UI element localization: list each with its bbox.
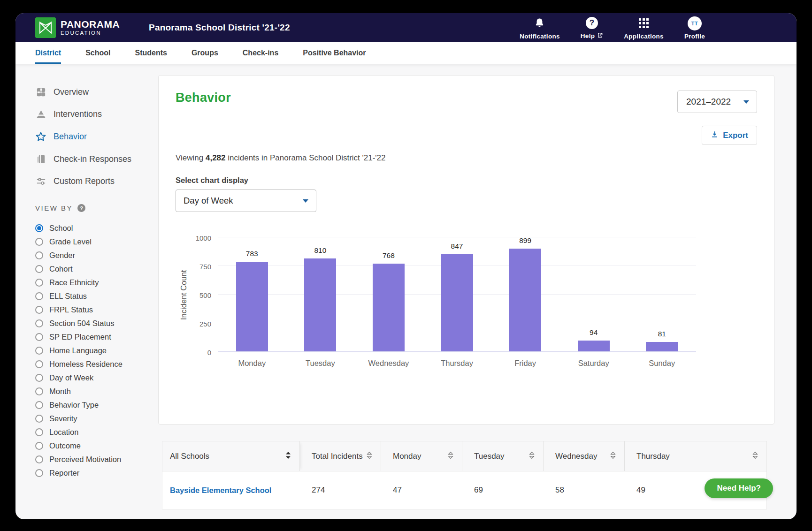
column-header-wednesday[interactable]: Wednesday <box>544 441 625 471</box>
view-by-option-grade-level[interactable]: Grade Level <box>35 238 158 246</box>
tab-check-ins[interactable]: Check-ins <box>243 42 278 64</box>
nav-applications[interactable]: Applications <box>624 16 664 40</box>
column-header-all-schools[interactable]: All Schools <box>162 441 300 471</box>
view-by-option-cohort[interactable]: Cohort <box>35 265 158 273</box>
view-by-option-section-504-status[interactable]: Section 504 Status <box>35 319 158 327</box>
tab-district[interactable]: District <box>35 42 61 64</box>
bar-friday[interactable] <box>509 249 541 351</box>
radio-unselected-icon[interactable] <box>35 347 43 355</box>
sort-icon[interactable] <box>367 451 372 462</box>
view-by-option-location[interactable]: Location <box>35 428 158 436</box>
brand-line2: EDUCATION <box>61 30 120 36</box>
sidebar-item-custom-reports[interactable]: Custom Reports <box>35 176 158 187</box>
need-help-button[interactable]: Need Help? <box>705 478 773 498</box>
chart-display-select[interactable]: Day of Week <box>176 190 316 212</box>
tab-groups[interactable]: Groups <box>192 42 218 64</box>
radio-unselected-icon[interactable] <box>35 251 43 259</box>
panorama-logo[interactable]: PANORAMA EDUCATION <box>35 17 120 38</box>
chevron-down-icon <box>303 199 308 203</box>
column-header-label: Wednesday <box>555 452 597 461</box>
view-by-option-label: FRPL Status <box>49 305 93 314</box>
bar-thursday[interactable] <box>441 254 473 351</box>
sidebar-item-label: Overview <box>54 87 89 97</box>
view-by-option-perceived-motivation[interactable]: Perceived Motivation <box>35 455 158 463</box>
view-by-option-severity[interactable]: Severity <box>35 415 158 423</box>
radio-unselected-icon[interactable] <box>35 442 43 450</box>
sort-icon[interactable] <box>285 451 291 462</box>
radio-unselected-icon[interactable] <box>35 387 43 395</box>
sidebar-item-check-in-responses[interactable]: Check-in Responses <box>35 154 158 165</box>
view-by-option-label: Location <box>49 428 78 437</box>
nav-help[interactable]: ?Help <box>581 16 603 40</box>
view-by-option-frpl-status[interactable]: FRPL Status <box>35 306 158 314</box>
export-button[interactable]: Export <box>702 126 757 145</box>
view-by-help-icon[interactable]: ? <box>77 204 85 212</box>
view-by-option-label: Reporter <box>49 469 79 478</box>
view-by-option-label: Outcome <box>49 441 81 450</box>
bar-monday[interactable] <box>236 262 268 351</box>
bar-saturday[interactable] <box>578 341 610 351</box>
radio-unselected-icon[interactable] <box>35 265 43 273</box>
nav-notifications[interactable]: Notifications <box>520 16 560 40</box>
view-by-option-school[interactable]: School <box>35 224 158 232</box>
radio-unselected-icon[interactable] <box>35 401 43 409</box>
view-by-option-gender[interactable]: Gender <box>35 251 158 259</box>
viewing-summary: Viewing 4,282 incidents in Panorama Scho… <box>176 153 757 163</box>
view-by-option-outcome[interactable]: Outcome <box>35 442 158 450</box>
radio-unselected-icon[interactable] <box>35 279 43 287</box>
radio-selected-icon[interactable] <box>35 224 43 232</box>
sidebar-item-behavior[interactable]: Behavior <box>35 131 158 143</box>
school-cell: Bayside Elementary School <box>162 471 300 509</box>
radio-unselected-icon[interactable] <box>35 455 43 463</box>
sidebar-item-overview[interactable]: Overview <box>35 87 158 98</box>
view-by-options: SchoolGrade LevelGenderCohortRace Ethnic… <box>35 224 158 477</box>
school-link[interactable]: Bayside Elementary School <box>170 486 271 495</box>
sort-icon[interactable] <box>752 451 758 462</box>
bar-slot-monday: 783 <box>218 238 286 351</box>
radio-unselected-icon[interactable] <box>35 333 43 341</box>
radio-unselected-icon[interactable] <box>35 415 43 423</box>
pyramid-icon <box>35 109 46 120</box>
bar-slot-sunday: 81 <box>628 238 696 351</box>
view-by-option-label: SP ED Placement <box>49 333 111 341</box>
column-header-thursday[interactable]: Thursday <box>625 441 766 471</box>
bar-value-label: 810 <box>314 246 326 255</box>
view-by-option-homeless-residence[interactable]: Homeless Residence <box>35 360 158 368</box>
radio-unselected-icon[interactable] <box>35 428 43 436</box>
radio-unselected-icon[interactable] <box>35 469 43 477</box>
view-by-option-ell-status[interactable]: ELL Status <box>35 292 158 300</box>
radio-unselected-icon[interactable] <box>35 306 43 314</box>
column-header-tuesday[interactable]: Tuesday <box>462 441 544 471</box>
view-by-option-sp-ed-placement[interactable]: SP ED Placement <box>35 333 158 341</box>
sort-icon[interactable] <box>610 451 616 462</box>
radio-unselected-icon[interactable] <box>35 238 43 246</box>
sort-icon[interactable] <box>529 451 535 462</box>
bar-sunday[interactable] <box>646 342 678 351</box>
view-by-option-race-ethnicity[interactable]: Race Ethnicity <box>35 279 158 287</box>
sort-icon[interactable] <box>448 451 453 462</box>
external-link-icon <box>597 32 603 40</box>
bar-wednesday[interactable] <box>373 264 405 351</box>
view-by-option-behavior-type[interactable]: Behavior Type <box>35 401 158 409</box>
y-axis-label: Incident Count <box>176 238 192 352</box>
school-year-value: 2021–2022 <box>686 97 731 107</box>
column-header-total-incidents[interactable]: Total Incidents <box>300 441 381 471</box>
radio-unselected-icon[interactable] <box>35 319 43 327</box>
puzzle-icon <box>35 87 46 98</box>
tab-positive-behavior[interactable]: Positive Behavior <box>303 42 366 64</box>
school-year-select[interactable]: 2021–2022 <box>677 91 757 113</box>
view-by-option-day-of-week[interactable]: Day of Week <box>35 374 158 382</box>
radio-unselected-icon[interactable] <box>35 360 43 368</box>
view-by-option-home-language[interactable]: Home Language <box>35 347 158 355</box>
view-by-option-reporter[interactable]: Reporter <box>35 469 158 477</box>
y-tick-label: 250 <box>199 320 211 328</box>
radio-unselected-icon[interactable] <box>35 374 43 382</box>
view-by-option-month[interactable]: Month <box>35 387 158 395</box>
radio-unselected-icon[interactable] <box>35 292 43 300</box>
bar-tuesday[interactable] <box>304 258 336 351</box>
column-header-monday[interactable]: Monday <box>381 441 462 471</box>
tab-school[interactable]: School <box>85 42 110 64</box>
tab-students[interactable]: Students <box>135 42 167 64</box>
nav-profile[interactable]: TTProfile <box>684 16 705 40</box>
sidebar-item-interventions[interactable]: Interventions <box>35 109 158 120</box>
